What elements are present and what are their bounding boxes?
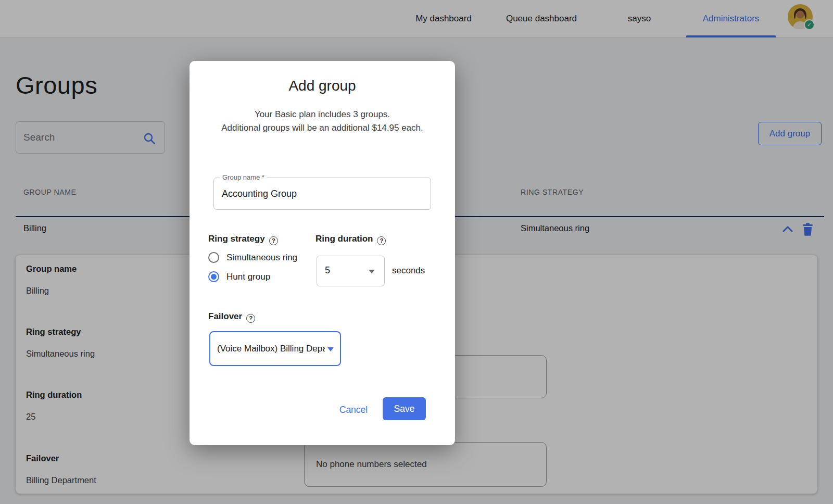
chevron-down-icon	[327, 347, 334, 351]
radio-option-label: Simultaneous ring	[226, 253, 297, 263]
chevron-down-icon	[369, 270, 375, 273]
cancel-button[interactable]: Cancel	[333, 399, 374, 420]
ring-duration-help-icon[interactable]	[377, 236, 386, 245]
add-group-modal: Add group Your Basic plan includes 3 gro…	[190, 61, 455, 445]
save-button[interactable]: Save	[383, 397, 426, 420]
radio-option-label: Hunt group	[226, 272, 270, 282]
modal-subtitle-line1: Your Basic plan includes 3 groups.	[190, 108, 455, 121]
ring-strategy-help-icon[interactable]	[269, 236, 278, 245]
ring-duration-label: Ring duration	[315, 234, 386, 245]
modal-subtitle-line2: Additional groups will be an additional …	[190, 121, 455, 135]
failover-help-icon[interactable]	[246, 314, 255, 323]
modal-subtitle: Your Basic plan includes 3 groups. Addit…	[190, 108, 455, 135]
ring-strategy-label: Ring strategy	[208, 234, 278, 245]
radio-option-simultaneous-ring[interactable]: Simultaneous ring	[208, 252, 297, 263]
failover-label: Failover	[208, 311, 255, 323]
group-name-input[interactable]	[222, 178, 420, 209]
radio-option-hunt-group[interactable]: Hunt group	[208, 271, 270, 282]
radio-selected-icon[interactable]	[208, 271, 219, 282]
modal-title: Add group	[190, 78, 455, 94]
failover-select[interactable]: (Voice Mailbox) Billing Depa	[209, 331, 341, 366]
seconds-unit-label: seconds	[392, 266, 425, 276]
group-name-field: Group name *	[213, 178, 431, 210]
radio-unselected-icon[interactable]	[208, 252, 219, 263]
ring-duration-value: 5	[325, 265, 330, 276]
failover-value: (Voice Mailbox) Billing Depa	[217, 344, 325, 354]
ring-duration-select[interactable]: 5	[317, 256, 385, 286]
